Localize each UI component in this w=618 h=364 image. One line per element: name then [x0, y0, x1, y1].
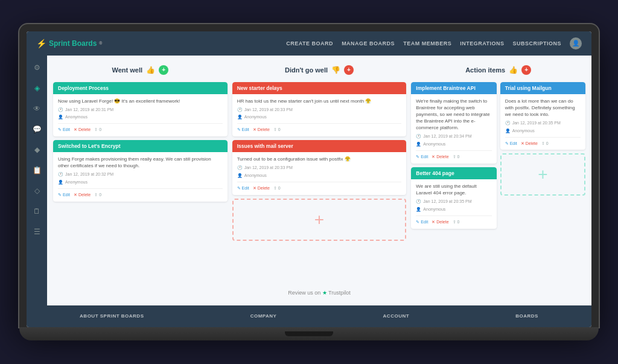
- card-text-braintree: We're finally making the switch to Brain…: [416, 98, 491, 132]
- card-date-mail: Jan 12, 2019 at 20:33 PM: [244, 165, 293, 171]
- card-body-404: We are still using the default Laravel 4…: [411, 179, 496, 229]
- clock-icon-3: 🕐: [237, 107, 243, 113]
- edit-button-braintree[interactable]: ✎ Edit: [416, 154, 428, 160]
- card-text-starter: HR has told us the new starter can't joi…: [237, 98, 402, 104]
- delete-button-mailgun[interactable]: ✕ Delete: [521, 141, 538, 147]
- card-user-braintree: Anonymous: [423, 141, 445, 147]
- trustpilot-star: ★: [322, 290, 328, 296]
- trustpilot-name: Trustpilot: [328, 290, 351, 296]
- user-avatar[interactable]: 👤: [570, 37, 582, 49]
- logo-badge: ®: [99, 41, 102, 45]
- sidebar-icon-notes[interactable]: 🗒: [31, 205, 43, 217]
- review-bar: Review us on ★ Trustpilot: [47, 285, 591, 301]
- edit-button-mail[interactable]: ✎ Edit: [237, 185, 249, 191]
- laptop-notch: [285, 331, 333, 336]
- votes-mailgun: ⇧ 0: [541, 141, 549, 147]
- card-user-encrypt: Anonymous: [65, 179, 88, 185]
- screen: ⚡ Sprint Boards ® CREATE BOARD MANAGE BO…: [27, 31, 591, 327]
- card-body-mail: Turned out to be a configuration issue w…: [232, 152, 407, 195]
- card-text-deployment: Now using Laravel Forge! 😎 It's an excel…: [58, 98, 223, 104]
- card-user-404: Anonymous: [423, 206, 445, 212]
- delete-button-starter[interactable]: ✕ Delete: [253, 127, 270, 133]
- column-action-items: Action items 👍 + Implement Braintree API: [411, 62, 585, 279]
- nav-create-board[interactable]: CREATE BOARD: [286, 40, 333, 46]
- add-plus-icon-action: +: [538, 165, 547, 184]
- card-lets-encrypt: Switched to Let's Encrypt Using Forge ma…: [53, 140, 228, 202]
- add-card-went-well[interactable]: +: [159, 65, 168, 75]
- sidebar-icon-chat[interactable]: 💬: [31, 123, 43, 135]
- sidebar-icon-gem[interactable]: ◇: [31, 185, 43, 197]
- edit-button-404[interactable]: ✎ Edit: [416, 219, 428, 225]
- edit-button-deployment[interactable]: ✎ Edit: [58, 127, 70, 133]
- main-layout: ⚙ ◈ 👁 💬 ◆ 📋 ◇ 🗒 ☰ W: [27, 56, 591, 305]
- footer-boards[interactable]: BOARDS: [515, 313, 538, 319]
- nav-manage-boards[interactable]: MANAGE BOARDS: [342, 40, 395, 46]
- delete-button-deployment[interactable]: ✕ Delete: [74, 127, 91, 133]
- sidebar-icon-menu[interactable]: ☰: [31, 226, 43, 238]
- card-actions-deployment: ✎ Edit ✕ Delete ⇧ 0: [58, 123, 223, 133]
- card-user-deployment: Anonymous: [65, 114, 88, 120]
- user-icon-6: 👤: [416, 206, 421, 212]
- card-header-encrypt: Switched to Let's Encrypt: [53, 140, 228, 152]
- user-icon-3: 👤: [237, 114, 243, 120]
- sidebar-icon-eye[interactable]: 👁: [31, 103, 43, 115]
- card-body-mailgun: Does a lot more than we can do with post…: [500, 94, 585, 150]
- clock-icon-4: 🕐: [237, 165, 243, 171]
- card-date-encrypt: Jan 12, 2019 at 20:32 PM: [65, 171, 113, 177]
- card-text-encrypt: Using Forge makes provisioning them real…: [58, 156, 223, 169]
- add-card-didnt[interactable]: +: [344, 65, 354, 75]
- logo: ⚡ Sprint Boards ®: [36, 39, 103, 48]
- nav-subscriptions[interactable]: SUBSCRIPTIONS: [512, 40, 561, 46]
- action-col-right: Trial using Mailgun Does a lot more than…: [500, 82, 585, 232]
- footer-about[interactable]: ABOUT SPRINT BOARDS: [80, 313, 144, 319]
- edit-button-encrypt[interactable]: ✎ Edit: [58, 192, 70, 198]
- card-text-404: We are still using the default Laravel 4…: [416, 183, 491, 196]
- user-icon-7: 👤: [505, 128, 511, 134]
- footer-company[interactable]: COMPANY: [250, 313, 277, 319]
- clock-icon-2: 🕐: [58, 171, 63, 177]
- clock-icon-7: 🕐: [505, 120, 511, 126]
- sidebar-icon-settings[interactable]: ⚙: [31, 62, 43, 74]
- card-user-starter: Anonymous: [244, 114, 267, 120]
- add-placeholder-didnt[interactable]: +: [232, 199, 407, 241]
- votes-deployment: ⇧ 0: [94, 127, 101, 133]
- action-items-grid: Implement Braintree API We're finally ma…: [411, 82, 585, 232]
- card-body-braintree: We're finally making the switch to Brain…: [411, 94, 496, 164]
- card-new-starter: New starter delays HR has told us the ne…: [232, 82, 407, 137]
- clock-icon-6: 🕐: [416, 199, 421, 205]
- add-card-action[interactable]: +: [521, 65, 531, 75]
- card-body-starter: HR has told us the new starter can't joi…: [232, 94, 407, 137]
- footer: ABOUT SPRINT BOARDS COMPANY ACCOUNT BOAR…: [27, 305, 591, 327]
- card-braintree: Implement Braintree API We're finally ma…: [411, 82, 496, 164]
- nav-links: CREATE BOARD MANAGE BOARDS TEAM MEMBERS …: [286, 37, 582, 49]
- delete-button-braintree[interactable]: ✕ Delete: [432, 154, 448, 160]
- thumbs-up-icon: 👍: [146, 66, 155, 74]
- sidebar-icon-docs[interactable]: 📋: [31, 164, 43, 176]
- delete-button-mail[interactable]: ✕ Delete: [253, 185, 270, 191]
- sidebar-icon-boards[interactable]: ◈: [31, 82, 43, 94]
- votes-starter: ⇧ 0: [273, 127, 281, 133]
- screen-bezel: ⚡ Sprint Boards ® CREATE BOARD MANAGE BO…: [19, 24, 599, 327]
- card-date-mailgun: Jan 12, 2019 at 20:35 PM: [512, 120, 561, 126]
- footer-account[interactable]: ACCOUNT: [383, 313, 410, 319]
- add-placeholder-action[interactable]: +: [500, 153, 585, 196]
- column-title-action: Action items: [465, 66, 505, 74]
- nav-team-members[interactable]: TEAM MEMBERS: [403, 40, 451, 46]
- card-actions-braintree: ✎ Edit ✕ Delete ⇧ 0: [416, 150, 491, 160]
- sidebar: ⚙ ◈ 👁 💬 ◆ 📋 ◇ 🗒 ☰: [27, 56, 47, 305]
- sidebar-icon-diamond[interactable]: ◆: [31, 144, 43, 156]
- card-date-404: Jan 12, 2019 at 20:35 PM: [423, 199, 471, 205]
- clock-icon: 🕐: [58, 107, 63, 113]
- card-header-braintree: Implement Braintree API: [411, 82, 496, 94]
- delete-button-404[interactable]: ✕ Delete: [432, 219, 448, 225]
- nav-integrations[interactable]: INTEGRATIONS: [460, 40, 504, 46]
- add-plus-icon-didnt: +: [314, 210, 324, 229]
- laptop-wrapper: ⚡ Sprint Boards ® CREATE BOARD MANAGE BO…: [19, 24, 599, 340]
- edit-button-mailgun[interactable]: ✎ Edit: [505, 141, 517, 147]
- edit-button-starter[interactable]: ✎ Edit: [237, 127, 249, 133]
- card-actions-encrypt: ✎ Edit ✕ Delete ⇧ 0: [58, 188, 223, 198]
- card-header-mailgun: Trial using Mailgun: [500, 82, 585, 94]
- card-mailgun: Trial using Mailgun Does a lot more than…: [500, 82, 585, 150]
- card-header-mail: Issues with mail server: [232, 140, 407, 152]
- delete-button-encrypt[interactable]: ✕ Delete: [74, 192, 91, 198]
